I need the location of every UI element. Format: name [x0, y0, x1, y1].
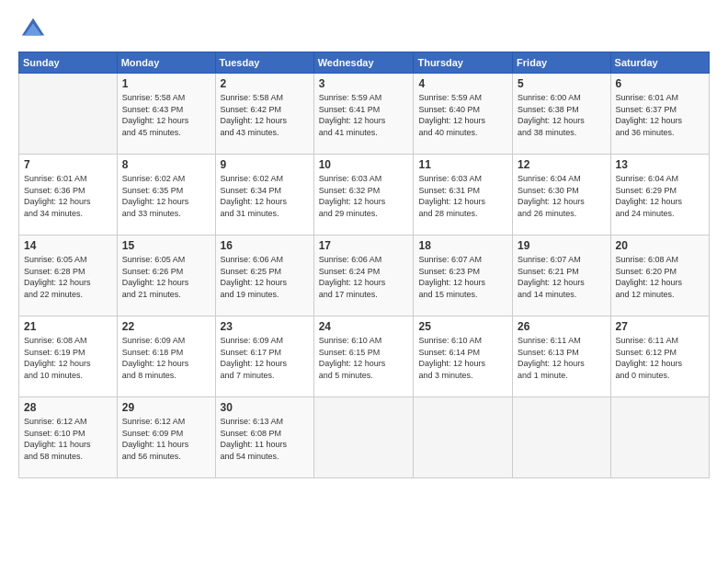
cell-content: Sunrise: 6:04 AM Sunset: 6:29 PM Dayligh…: [616, 173, 704, 219]
calendar-cell: 3Sunrise: 5:59 AM Sunset: 6:41 PM Daylig…: [313, 74, 414, 155]
calendar-cell: 17Sunrise: 6:06 AM Sunset: 6:24 PM Dayli…: [313, 236, 414, 316]
date-number: 26: [518, 320, 605, 333]
date-number: 1: [122, 77, 210, 90]
date-number: 30: [221, 401, 309, 414]
calendar-cell: 15Sunrise: 6:05 AM Sunset: 6:26 PM Dayli…: [117, 236, 215, 316]
calendar-cell: [313, 397, 414, 478]
calendar-cell: 9Sunrise: 6:02 AM Sunset: 6:34 PM Daylig…: [215, 155, 313, 236]
weekday-saturday: Saturday: [610, 52, 709, 74]
cell-content: Sunrise: 6:07 AM Sunset: 6:23 PM Dayligh…: [418, 254, 507, 300]
cell-content: Sunrise: 6:01 AM Sunset: 6:37 PM Dayligh…: [616, 92, 704, 138]
cell-content: Sunrise: 6:05 AM Sunset: 6:26 PM Dayligh…: [122, 254, 210, 300]
calendar-cell: 22Sunrise: 6:09 AM Sunset: 6:18 PM Dayli…: [117, 316, 215, 397]
calendar-page: SundayMondayTuesdayWednesdayThursdayFrid…: [0, 0, 728, 563]
date-number: 5: [518, 77, 605, 90]
date-number: 11: [418, 158, 507, 171]
calendar-cell: 8Sunrise: 6:02 AM Sunset: 6:35 PM Daylig…: [117, 155, 215, 236]
cell-content: Sunrise: 6:01 AM Sunset: 6:36 PM Dayligh…: [24, 173, 112, 219]
calendar-cell: 26Sunrise: 6:11 AM Sunset: 6:13 PM Dayli…: [513, 316, 610, 397]
calendar-cell: 20Sunrise: 6:08 AM Sunset: 6:20 PM Dayli…: [610, 236, 709, 316]
date-number: 7: [24, 158, 112, 171]
date-number: 14: [24, 239, 112, 252]
weekday-monday: Monday: [117, 52, 215, 74]
weekday-header-row: SundayMondayTuesdayWednesdayThursdayFrid…: [19, 52, 710, 74]
calendar-cell: 27Sunrise: 6:11 AM Sunset: 6:12 PM Dayli…: [610, 316, 709, 397]
date-number: 25: [418, 320, 507, 333]
date-number: 9: [221, 158, 309, 171]
date-number: 17: [319, 239, 409, 252]
cell-content: Sunrise: 6:00 AM Sunset: 6:38 PM Dayligh…: [518, 92, 605, 138]
date-number: 15: [122, 239, 210, 252]
cell-content: Sunrise: 6:02 AM Sunset: 6:34 PM Dayligh…: [221, 173, 309, 219]
calendar-cell: 18Sunrise: 6:07 AM Sunset: 6:23 PM Dayli…: [414, 236, 513, 316]
calendar-cell: [414, 397, 513, 478]
date-number: 13: [616, 158, 704, 171]
calendar-cell: 23Sunrise: 6:09 AM Sunset: 6:17 PM Dayli…: [215, 316, 313, 397]
date-number: 16: [221, 239, 309, 252]
date-number: 3: [319, 77, 409, 90]
calendar-cell: 13Sunrise: 6:04 AM Sunset: 6:29 PM Dayli…: [610, 155, 709, 236]
calendar-cell: 25Sunrise: 6:10 AM Sunset: 6:14 PM Dayli…: [414, 316, 513, 397]
date-number: 12: [518, 158, 605, 171]
calendar-cell: 19Sunrise: 6:07 AM Sunset: 6:21 PM Dayli…: [513, 236, 610, 316]
cell-content: Sunrise: 6:10 AM Sunset: 6:15 PM Dayligh…: [319, 335, 409, 381]
calendar-cell: 24Sunrise: 6:10 AM Sunset: 6:15 PM Dayli…: [313, 316, 414, 397]
cell-content: Sunrise: 6:05 AM Sunset: 6:28 PM Dayligh…: [24, 254, 112, 300]
weekday-thursday: Thursday: [414, 52, 513, 74]
calendar-cell: [610, 397, 709, 478]
date-number: 10: [319, 158, 409, 171]
date-number: 24: [319, 320, 409, 333]
cell-content: Sunrise: 6:02 AM Sunset: 6:35 PM Dayligh…: [122, 173, 210, 219]
cell-content: Sunrise: 5:59 AM Sunset: 6:41 PM Dayligh…: [319, 92, 409, 138]
calendar-cell: 12Sunrise: 6:04 AM Sunset: 6:30 PM Dayli…: [513, 155, 610, 236]
calendar-cell: [19, 74, 118, 155]
calendar-cell: 2Sunrise: 5:58 AM Sunset: 6:42 PM Daylig…: [215, 74, 313, 155]
header: [18, 17, 710, 42]
cell-content: Sunrise: 6:10 AM Sunset: 6:14 PM Dayligh…: [418, 335, 507, 381]
cell-content: Sunrise: 6:12 AM Sunset: 6:10 PM Dayligh…: [24, 416, 112, 462]
week-row: 21Sunrise: 6:08 AM Sunset: 6:19 PM Dayli…: [19, 316, 710, 397]
cell-content: Sunrise: 5:59 AM Sunset: 6:40 PM Dayligh…: [418, 92, 507, 138]
week-row: 7Sunrise: 6:01 AM Sunset: 6:36 PM Daylig…: [19, 155, 710, 236]
cell-content: Sunrise: 5:58 AM Sunset: 6:43 PM Dayligh…: [122, 92, 210, 138]
date-number: 27: [616, 320, 704, 333]
date-number: 4: [418, 77, 507, 90]
calendar-cell: 14Sunrise: 6:05 AM Sunset: 6:28 PM Dayli…: [19, 236, 118, 316]
calendar-cell: 29Sunrise: 6:12 AM Sunset: 6:09 PM Dayli…: [117, 397, 215, 478]
cell-content: Sunrise: 6:03 AM Sunset: 6:31 PM Dayligh…: [418, 173, 507, 219]
cell-content: Sunrise: 6:11 AM Sunset: 6:13 PM Dayligh…: [518, 335, 605, 381]
date-number: 23: [221, 320, 309, 333]
calendar-cell: 11Sunrise: 6:03 AM Sunset: 6:31 PM Dayli…: [414, 155, 513, 236]
date-number: 20: [616, 239, 704, 252]
cell-content: Sunrise: 6:13 AM Sunset: 6:08 PM Dayligh…: [221, 416, 309, 462]
date-number: 8: [122, 158, 210, 171]
cell-content: Sunrise: 6:08 AM Sunset: 6:20 PM Dayligh…: [616, 254, 704, 300]
calendar-cell: 4Sunrise: 5:59 AM Sunset: 6:40 PM Daylig…: [414, 74, 513, 155]
calendar-cell: 1Sunrise: 5:58 AM Sunset: 6:43 PM Daylig…: [117, 74, 215, 155]
cell-content: Sunrise: 6:08 AM Sunset: 6:19 PM Dayligh…: [24, 335, 112, 381]
weekday-tuesday: Tuesday: [215, 52, 313, 74]
date-number: 22: [122, 320, 210, 333]
logo: [18, 17, 46, 42]
cell-content: Sunrise: 6:12 AM Sunset: 6:09 PM Dayligh…: [122, 416, 210, 462]
logo-icon: [20, 17, 46, 42]
week-row: 28Sunrise: 6:12 AM Sunset: 6:10 PM Dayli…: [19, 397, 710, 478]
cell-content: Sunrise: 6:04 AM Sunset: 6:30 PM Dayligh…: [518, 173, 605, 219]
calendar-cell: [513, 397, 610, 478]
weekday-friday: Friday: [513, 52, 610, 74]
calendar-cell: 28Sunrise: 6:12 AM Sunset: 6:10 PM Dayli…: [19, 397, 118, 478]
date-number: 19: [518, 239, 605, 252]
cell-content: Sunrise: 5:58 AM Sunset: 6:42 PM Dayligh…: [221, 92, 309, 138]
calendar-cell: 10Sunrise: 6:03 AM Sunset: 6:32 PM Dayli…: [313, 155, 414, 236]
calendar-table: SundayMondayTuesdayWednesdayThursdayFrid…: [18, 52, 710, 478]
cell-content: Sunrise: 6:06 AM Sunset: 6:24 PM Dayligh…: [319, 254, 409, 300]
cell-content: Sunrise: 6:07 AM Sunset: 6:21 PM Dayligh…: [518, 254, 605, 300]
cell-content: Sunrise: 6:09 AM Sunset: 6:17 PM Dayligh…: [221, 335, 309, 381]
date-number: 18: [418, 239, 507, 252]
cell-content: Sunrise: 6:11 AM Sunset: 6:12 PM Dayligh…: [616, 335, 704, 381]
cell-content: Sunrise: 6:03 AM Sunset: 6:32 PM Dayligh…: [319, 173, 409, 219]
date-number: 29: [122, 401, 210, 414]
cell-content: Sunrise: 6:06 AM Sunset: 6:25 PM Dayligh…: [221, 254, 309, 300]
calendar-cell: 30Sunrise: 6:13 AM Sunset: 6:08 PM Dayli…: [215, 397, 313, 478]
calendar-cell: 6Sunrise: 6:01 AM Sunset: 6:37 PM Daylig…: [610, 74, 709, 155]
